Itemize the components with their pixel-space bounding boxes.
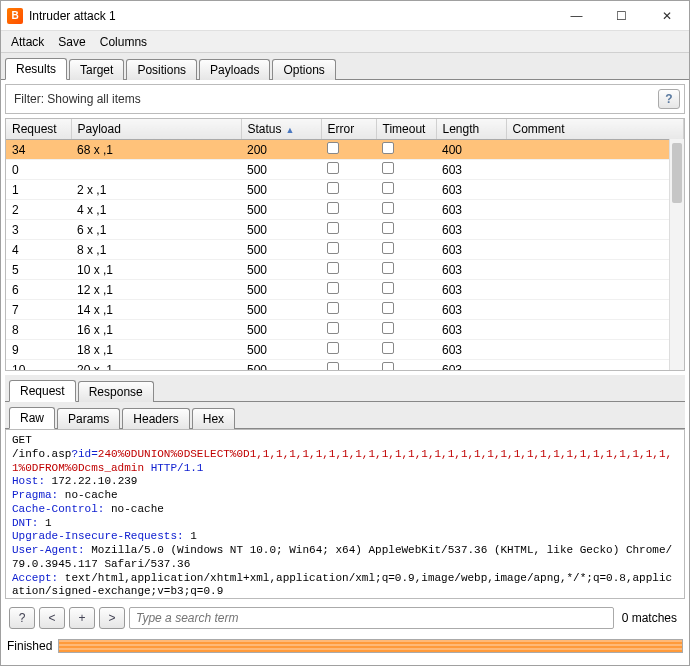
- checkbox-icon: [327, 362, 339, 371]
- minimize-button[interactable]: —: [554, 1, 599, 31]
- cell-payload: 20 x ,1: [71, 360, 241, 372]
- checkbox-icon: [327, 162, 339, 174]
- checkbox-icon: [382, 302, 394, 314]
- cell-error: [321, 300, 376, 320]
- checkbox-icon: [382, 282, 394, 294]
- cell-timeout: [376, 140, 436, 160]
- cell-comment: [506, 300, 684, 320]
- cell-comment: [506, 200, 684, 220]
- cell-error: [321, 240, 376, 260]
- cell-request: 3: [6, 220, 71, 240]
- cell-timeout: [376, 200, 436, 220]
- tab-response[interactable]: Response: [78, 381, 154, 402]
- title-bar: B Intruder attack 1 — ☐ ✕: [1, 1, 689, 31]
- cell-request: 9: [6, 340, 71, 360]
- checkbox-icon: [327, 142, 339, 154]
- tab-hex[interactable]: Hex: [192, 408, 235, 429]
- cell-status: 500: [241, 260, 321, 280]
- table-row[interactable]: 0500603: [6, 160, 684, 180]
- search-add-button[interactable]: +: [69, 607, 95, 629]
- table-row[interactable]: 816 x ,1500603: [6, 320, 684, 340]
- cell-length: 603: [436, 160, 506, 180]
- menu-columns[interactable]: Columns: [94, 33, 153, 51]
- col-timeout[interactable]: Timeout: [376, 119, 436, 140]
- tab-params[interactable]: Params: [57, 408, 120, 429]
- cell-status: 500: [241, 320, 321, 340]
- checkbox-icon: [382, 222, 394, 234]
- cell-length: 603: [436, 280, 506, 300]
- checkbox-icon: [382, 242, 394, 254]
- cell-request: 4: [6, 240, 71, 260]
- search-next-button[interactable]: >: [99, 607, 125, 629]
- cell-payload: [71, 160, 241, 180]
- tab-raw[interactable]: Raw: [9, 407, 55, 429]
- vertical-scrollbar[interactable]: [669, 139, 684, 370]
- cell-request: 8: [6, 320, 71, 340]
- filter-row: Filter: Showing all items ?: [5, 84, 685, 114]
- menu-attack[interactable]: Attack: [5, 33, 50, 51]
- top-tabs: Results Target Positions Payloads Option…: [1, 53, 689, 80]
- checkbox-icon: [382, 362, 394, 371]
- cell-status: 200: [241, 140, 321, 160]
- search-help-button[interactable]: ?: [9, 607, 35, 629]
- col-payload[interactable]: Payload: [71, 119, 241, 140]
- cell-error: [321, 260, 376, 280]
- table-row[interactable]: 24 x ,1500603: [6, 200, 684, 220]
- table-row[interactable]: 918 x ,1500603: [6, 340, 684, 360]
- cell-payload: 12 x ,1: [71, 280, 241, 300]
- cell-timeout: [376, 300, 436, 320]
- search-prev-button[interactable]: <: [39, 607, 65, 629]
- tab-payloads[interactable]: Payloads: [199, 59, 270, 80]
- cell-timeout: [376, 260, 436, 280]
- table-row[interactable]: 36 x ,1500603: [6, 220, 684, 240]
- tab-options[interactable]: Options: [272, 59, 335, 80]
- maximize-button[interactable]: ☐: [599, 1, 644, 31]
- cell-timeout: [376, 340, 436, 360]
- table-header-row: Request Payload Status▲ Error Timeout Le…: [6, 119, 684, 140]
- col-status[interactable]: Status▲: [241, 119, 321, 140]
- close-button[interactable]: ✕: [644, 1, 689, 31]
- search-matches: 0 matches: [618, 611, 681, 625]
- table-row[interactable]: 1020 x ,1500603: [6, 360, 684, 372]
- cell-request: 1: [6, 180, 71, 200]
- table-row[interactable]: 612 x ,1500603: [6, 280, 684, 300]
- cell-comment: [506, 220, 684, 240]
- results-table-wrap: Request Payload Status▲ Error Timeout Le…: [5, 118, 685, 371]
- table-row[interactable]: 3468 x ,1200400: [6, 140, 684, 160]
- col-error[interactable]: Error: [321, 119, 376, 140]
- search-input[interactable]: [129, 607, 614, 629]
- col-comment[interactable]: Comment: [506, 119, 684, 140]
- menu-save[interactable]: Save: [52, 33, 91, 51]
- col-length[interactable]: Length: [436, 119, 506, 140]
- cell-status: 500: [241, 280, 321, 300]
- tab-positions[interactable]: Positions: [126, 59, 197, 80]
- cell-status: 500: [241, 160, 321, 180]
- tab-target[interactable]: Target: [69, 59, 124, 80]
- cell-length: 603: [436, 300, 506, 320]
- tab-headers[interactable]: Headers: [122, 408, 189, 429]
- menu-bar: Attack Save Columns: [1, 31, 689, 53]
- cell-comment: [506, 260, 684, 280]
- status-row: Finished: [1, 637, 689, 657]
- cell-comment: [506, 140, 684, 160]
- checkbox-icon: [382, 322, 394, 334]
- table-row[interactable]: 48 x ,1500603: [6, 240, 684, 260]
- checkbox-icon: [382, 182, 394, 194]
- col-request[interactable]: Request: [6, 119, 71, 140]
- checkbox-icon: [327, 282, 339, 294]
- checkbox-icon: [327, 222, 339, 234]
- cell-timeout: [376, 360, 436, 372]
- table-row[interactable]: 12 x ,1500603: [6, 180, 684, 200]
- tab-request[interactable]: Request: [9, 380, 76, 402]
- cell-payload: 4 x ,1: [71, 200, 241, 220]
- raw-request-view[interactable]: GET /info.asp?id=240%0DUNION%0DSELECT%0D…: [5, 429, 685, 599]
- help-button[interactable]: ?: [658, 89, 680, 109]
- cell-error: [321, 140, 376, 160]
- table-row[interactable]: 510 x ,1500603: [6, 260, 684, 280]
- table-row[interactable]: 714 x ,1500603: [6, 300, 684, 320]
- cell-timeout: [376, 220, 436, 240]
- filter-text[interactable]: Filter: Showing all items: [10, 90, 654, 108]
- scrollbar-thumb[interactable]: [672, 143, 682, 203]
- tab-results[interactable]: Results: [5, 58, 67, 80]
- cell-length: 603: [436, 340, 506, 360]
